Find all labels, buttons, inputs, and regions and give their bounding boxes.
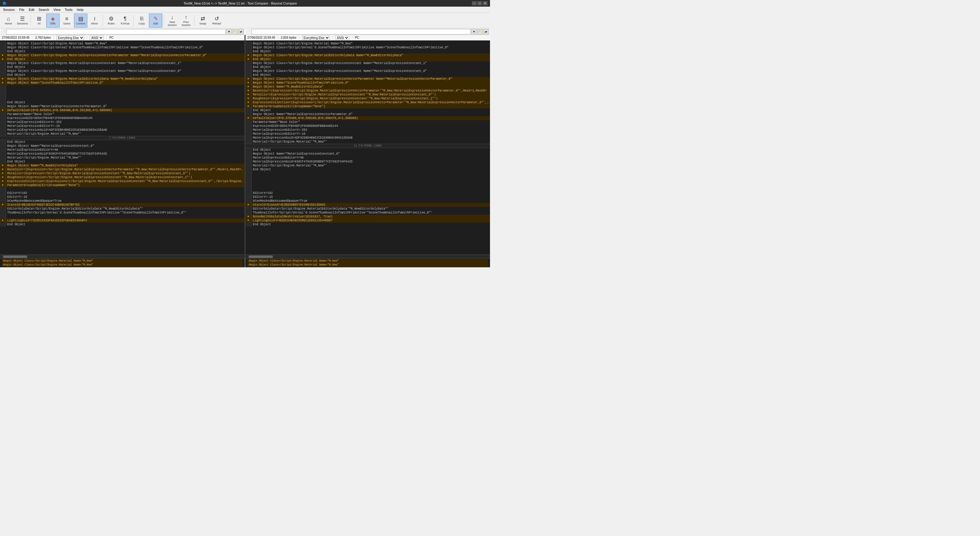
line-gutter [0,85,6,89]
prev-section-label: Prev Section [180,21,192,27]
edit-button[interactable]: ✎ Edit [149,14,162,27]
diff-line [0,85,244,89]
maximize-button[interactable]: □ [477,1,482,5]
toolbar-sep-2 [103,15,103,26]
right-diff-content[interactable]: Begin Object Class=/Script/Engine.Materi… [246,40,490,254]
left-scroll-thumb[interactable] [3,256,27,258]
line-text: End Object [6,57,244,61]
menu-session[interactable]: Session [1,7,17,12]
reload-button[interactable]: ↺ Reload [210,14,223,27]
next-section-button[interactable]: ↓ Next Section [165,14,179,27]
line-text: End Object [6,73,244,77]
line-text: Begin Object Class=/Script/Engine.Materi… [6,77,244,81]
menu-search[interactable]: Search [37,7,51,12]
left-ansi-select[interactable]: ANSI [90,36,103,40]
next-section-icon: ↓ [171,14,174,20]
line-gutter: ► [246,89,251,93]
line-text: MaterialExpressionGuid=ADF3CEB04B6E2CD1E… [251,136,490,140]
diffs-button[interactable]: ◈ Diffs [46,14,59,27]
line-gutter [0,112,6,116]
left-path-browse[interactable]: ▼ [226,29,232,34]
right-path-folder[interactable]: 📁 [477,29,483,34]
diff-line [246,180,490,183]
right-ansi-select[interactable]: ANSI [335,36,349,40]
diff-line: Begin Object Name="MaterialExpressionVec… [0,105,244,108]
diff-line: ► Begin Object Name="SceneThumbnailInfoW… [246,81,490,85]
format-icon: ¶ [124,16,127,21]
diff-line: End Object [0,223,244,226]
swap-icon: ⇄ [200,16,205,21]
menu-help[interactable]: Help [75,7,86,12]
toolbar: ⌂ Home ☰ Sessions ⊞ All ◈ Diffs ≡ Same ▤… [0,13,490,29]
line-text: ParameterName="Base Color" [251,120,490,124]
rules-icon: ⚙ [109,16,114,21]
right-path-swap[interactable]: ⇄ [484,29,489,34]
diff-line: bCanMaskedBeAssumedOpaque=True [0,199,244,203]
sessions-button[interactable]: ☰ Sessions [16,14,29,27]
diff-line: End Object [0,49,244,54]
right-path-browse[interactable]: ▼ [471,29,477,34]
left-path-input[interactable]: C:\Workspace\UE5PlasticPluginDev\Saved\D… [6,29,226,34]
left-diff-content[interactable]: Begin Object Class=/Script/Engine.Materi… [0,40,244,254]
minimize-button[interactable]: ─ [472,1,477,5]
line-text: End Object [6,223,244,226]
diff-line: ► ParameterGroupData(0)=(GroupName="None… [0,183,244,187]
format-button[interactable]: ¶ Format [118,14,132,27]
line-text: MaterialExpressionEditorX=-352 [6,120,244,124]
menu-tools[interactable]: Tools [63,7,74,12]
diff-line [246,175,490,180]
diff-line: MaterialExpressionEditorY=-16 [0,124,244,128]
left-path-folder[interactable]: 📁 [232,29,238,34]
line-gutter [246,136,251,140]
same-button[interactable]: ≡ Same [60,14,73,27]
menu-file[interactable]: File [17,7,26,12]
home-button[interactable]: ⌂ Home [2,14,15,27]
line-text: End Object [251,148,490,152]
line-gutter: ► [246,219,251,223]
swap-button[interactable]: ⇄ Swap [196,14,209,27]
rules-button[interactable]: ⚙ Rules [105,14,118,27]
line-text: Begin Object Name="SceneThumbnailInfoWit… [251,81,490,85]
line-text: EditorY=-16 [251,195,490,199]
line-gutter [246,160,251,164]
line-text: End Object [251,168,490,172]
line-gutter [0,89,6,93]
line-gutter [0,49,6,54]
line-text: ParameterGroupData(0)=(GroupName="None") [251,105,490,108]
right-encoding-select[interactable]: Everything Else [302,36,330,40]
copy-button[interactable]: ⎘ Copy [135,14,148,27]
prev-section-button[interactable]: ↑ Prev Section [180,14,193,27]
line-gutter [0,69,6,73]
app-icon: 🔵 [2,2,6,5]
diff-line: EditorX=192 [246,191,490,195]
line-text [6,89,244,93]
left-scroll-h[interactable] [0,254,244,258]
title-bar: 🔵 TextM_New-10.txt <--> TextM_New-11.txt… [0,0,490,6]
diff-line: End Object [0,65,244,69]
line-text: MaterialExpressionEditorY=-16 [6,124,244,128]
line-text: End Object [251,49,490,54]
menu-view[interactable]: View [52,7,62,12]
left-size: 2,763 bytes [35,36,51,39]
line-text: DefaultValue=(R=0.376400,G=0.558190,B=0.… [251,116,490,120]
right-scroll-thumb[interactable] [249,256,273,258]
diff-line: Begin Object Name="MaterialExpressionCon… [0,144,244,148]
minor-button[interactable]: ≀ Minor [88,14,101,27]
left-encoding-select[interactable]: Everything Else [56,36,84,40]
line-gutter [246,152,251,156]
close-button[interactable]: ✕ [483,1,488,5]
left-path-swap[interactable]: ⇄ [239,29,244,34]
right-scroll-h[interactable] [246,254,490,258]
context-button[interactable]: ▤ Context [74,14,87,27]
right-path-input[interactable]: C:\Workspace\UE5PlasticPluginDev\Saved\D… [251,29,471,34]
menu-edit[interactable]: Edit [27,7,36,12]
line-gutter: ► [246,97,251,100]
line-gutter: ► [0,203,6,207]
line-gutter [246,73,251,77]
diff-line: ► End Object [246,57,490,61]
line-gutter [0,100,6,105]
right-lineend: PC [355,36,359,39]
all-button[interactable]: ⊞ All [32,14,46,27]
line-gutter [246,108,251,112]
line-gutter [0,42,6,46]
